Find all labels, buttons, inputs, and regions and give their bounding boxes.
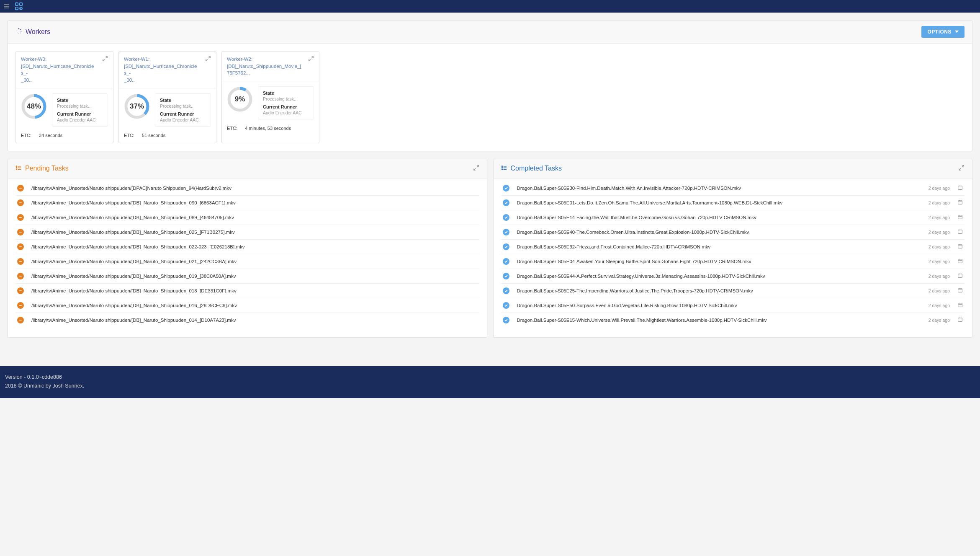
svg-point-46 (20, 232, 21, 233)
expand-icon[interactable] (958, 165, 965, 172)
task-time: 2 days ago (929, 288, 950, 293)
workers-body: Worker-W0: [SD]_Naruto_Hurricane_Chronic… (8, 44, 972, 151)
worker-etc: ETC: 4 minutes, 53 seconds (222, 124, 319, 136)
task-row[interactable]: /library/tv/Anime_Unsorted/Naruto shippu… (15, 240, 479, 254)
task-path: /library/tv/Anime_Unsorted/Naruto shippu… (31, 303, 478, 308)
options-button[interactable]: OPTIONS (921, 26, 965, 38)
task-row[interactable]: /library/tv/Anime_Unsorted/Naruto shippu… (15, 196, 479, 210)
workers-title: Workers (15, 28, 50, 36)
task-row[interactable]: /library/tv/Anime_Unsorted/Naruto shippu… (15, 181, 479, 196)
app-logo-icon[interactable] (14, 2, 23, 11)
expand-icon[interactable] (102, 56, 108, 63)
task-row[interactable]: Dragon.Ball.Super-S05E32-Frieza.and.Fros… (501, 240, 965, 254)
task-row[interactable]: Dragon.Ball.Super-S05E40-The.Comeback.Om… (501, 225, 965, 240)
task-row[interactable]: Dragon.Ball.Super-S05E01-Lets.Do.It.Zen.… (501, 196, 965, 210)
task-row[interactable]: /library/tv/Anime_Unsorted/Naruto shippu… (15, 254, 479, 269)
task-row[interactable]: Dragon.Ball.Super-S05E44-A.Perfect.Survi… (501, 269, 965, 284)
pending-task-list: /library/tv/Anime_Unsorted/Naruto shippu… (8, 178, 487, 337)
task-row[interactable]: Dragon.Ball.Super-S05E04-Awaken.Your.Sle… (501, 254, 965, 269)
menu-icon[interactable] (3, 3, 10, 10)
worker-name[interactable]: Worker-W0: [SD]_Naruto_Hurricane_Chronic… (21, 56, 96, 84)
svg-point-65 (21, 320, 22, 321)
completed-task-list: Dragon.Ball.Super-S05E30-Find.Him.Death.… (494, 178, 972, 337)
svg-point-42 (19, 217, 20, 218)
workers-title-text: Workers (26, 28, 50, 36)
task-filename: Dragon.Ball.Super-S05E01-Lets.Do.It.Zen.… (517, 200, 921, 205)
state-value: Processing task... (263, 96, 309, 101)
expand-icon[interactable] (308, 56, 314, 63)
worker-info: State Processing task... Current Runner … (155, 93, 211, 127)
svg-rect-98 (958, 274, 962, 278)
expand-icon[interactable] (473, 165, 479, 172)
svg-rect-74 (958, 186, 962, 190)
pending-status-icon (17, 185, 24, 191)
task-filename: Dragon.Ball.Super-S05E44-A.Perfect.Survi… (517, 274, 921, 279)
task-path: /library/tv/Anime_Unsorted/Naruto shippu… (31, 274, 478, 279)
done-status-icon (503, 243, 509, 250)
calendar-icon (957, 199, 963, 206)
etc-label: ETC: (124, 133, 134, 138)
task-row[interactable]: /library/tv/Anime_Unsorted/Naruto shippu… (15, 225, 479, 240)
task-time: 2 days ago (929, 274, 950, 279)
list-icon (501, 165, 507, 173)
pending-status-icon (17, 229, 24, 235)
etc-value: 51 seconds (142, 133, 165, 138)
task-row[interactable]: /library/tv/Anime_Unsorted/Naruto shippu… (15, 284, 479, 298)
task-row[interactable]: Dragon.Ball.Super-S05E50-Surpass.Even.a.… (501, 298, 965, 313)
task-row[interactable]: /library/tv/Anime_Unsorted/Naruto shippu… (15, 269, 479, 284)
svg-point-62 (21, 305, 22, 306)
svg-point-59 (21, 290, 22, 291)
svg-rect-94 (958, 259, 962, 263)
worker-name[interactable]: Worker-W1: [SD]_Naruto_Hurricane_Chronic… (124, 56, 199, 84)
task-row[interactable]: Dragon.Ball.Super-S05E14-Facing.the.Wall… (501, 210, 965, 225)
pending-title: Pending Tasks (15, 165, 69, 173)
task-time: 2 days ago (929, 244, 950, 249)
svg-line-21 (206, 59, 208, 61)
svg-point-64 (20, 320, 21, 321)
task-row[interactable]: Dragon.Ball.Super-S05E30-Find.Him.Death.… (501, 181, 965, 196)
task-path: /library/tv/Anime_Unsorted/Naruto shippu… (31, 186, 478, 191)
svg-line-16 (105, 57, 107, 58)
worker-card: Worker-W1: [SD]_Naruto_Hurricane_Chronic… (118, 51, 216, 143)
svg-point-43 (20, 217, 21, 218)
etc-label: ETC: (21, 133, 31, 138)
runner-label: Current Runner (263, 104, 309, 109)
svg-point-52 (20, 261, 21, 262)
completed-panel: Completed Tasks Dragon.Ball.Super-S05E30… (493, 159, 973, 338)
task-row[interactable]: /library/tv/Anime_Unsorted/Naruto shippu… (15, 313, 479, 327)
runner-label: Current Runner (160, 111, 206, 116)
calendar-icon (957, 302, 963, 308)
svg-point-66 (502, 166, 502, 167)
done-status-icon (503, 258, 509, 265)
task-row[interactable]: Dragon.Ball.Super-S05E25-The.Impending.W… (501, 284, 965, 298)
pending-status-icon (17, 243, 24, 250)
svg-point-68 (502, 167, 502, 168)
worker-name[interactable]: Worker-W2:[DB]_Naruto_Shippuuden_Movie_[… (227, 56, 302, 77)
worker-card-header: Worker-W2:[DB]_Naruto_Shippuuden_Movie_[… (222, 52, 319, 81)
worker-etc: ETC: 51 seconds (119, 132, 216, 143)
pending-status-icon (17, 287, 24, 294)
worker-card: Worker-W2:[DB]_Naruto_Shippuuden_Movie_[… (221, 51, 319, 143)
spinner-icon (15, 28, 22, 36)
svg-point-70 (502, 169, 502, 170)
task-filename: Dragon.Ball.Super-S05E30-Find.Him.Death.… (517, 186, 921, 191)
task-filename: Dragon.Ball.Super-S05E50-Surpass.Even.a.… (517, 303, 921, 308)
svg-rect-86 (958, 230, 962, 234)
task-path: /library/tv/Anime_Unsorted/Naruto shippu… (31, 259, 478, 264)
svg-point-38 (21, 188, 22, 189)
svg-rect-110 (958, 318, 962, 322)
svg-point-53 (21, 261, 22, 262)
done-status-icon (503, 273, 509, 279)
svg-line-72 (962, 166, 964, 167)
task-time: 2 days ago (929, 215, 950, 220)
task-row[interactable]: /library/tv/Anime_Unsorted/Naruto shippu… (15, 210, 479, 225)
svg-rect-102 (958, 289, 962, 292)
worker-etc: ETC: 34 seconds (16, 132, 113, 143)
task-path: /library/tv/Anime_Unsorted/Naruto shippu… (31, 200, 478, 205)
task-time: 2 days ago (929, 200, 950, 205)
worker-card: Worker-W0: [SD]_Naruto_Hurricane_Chronic… (15, 51, 113, 143)
expand-icon[interactable] (205, 56, 211, 63)
task-row[interactable]: /library/tv/Anime_Unsorted/Naruto shippu… (15, 298, 479, 313)
task-row[interactable]: Dragon.Ball.Super-S05E15-Which.Universe.… (501, 313, 965, 327)
svg-point-9 (20, 29, 21, 30)
